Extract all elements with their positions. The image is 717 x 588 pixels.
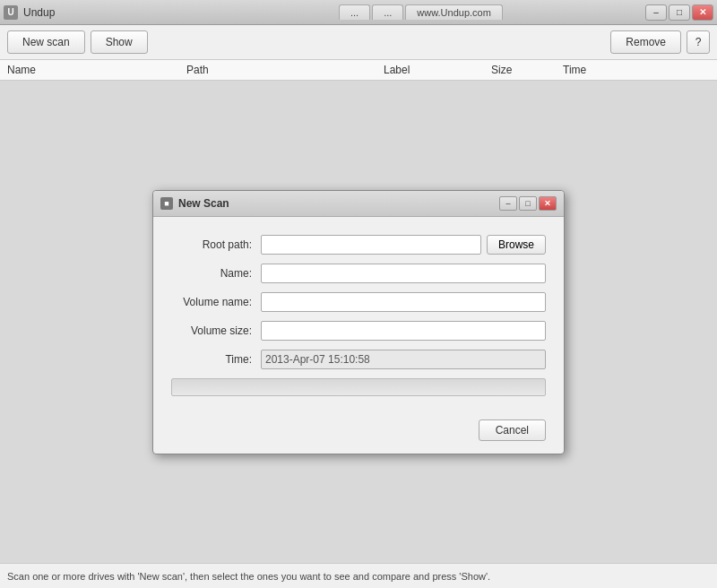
dialog-icon: ■ <box>160 197 173 210</box>
window-controls: – □ ✕ <box>645 4 713 21</box>
help-button[interactable]: ? <box>687 30 710 54</box>
volume-size-input[interactable] <box>261 321 546 341</box>
volume-size-label: Volume size: <box>171 324 261 337</box>
col-header-name: Name <box>7 64 186 76</box>
title-bar: U Undup ... ... www.Undup.com – □ ✕ <box>0 0 717 25</box>
root-path-label: Root path: <box>171 238 261 251</box>
table-header: Name Path Label Size Time <box>0 60 717 81</box>
app-icon: U <box>4 5 18 20</box>
volume-size-row: Volume size: <box>171 321 546 341</box>
new-scan-dialog: ■ New Scan – □ ✕ Root path: Browse Name: <box>152 190 565 454</box>
show-button[interactable]: Show <box>91 30 148 54</box>
title-tab-1: ... <box>339 4 370 20</box>
dialog-footer: Cancel <box>153 414 564 454</box>
dialog-titlebar: ■ New Scan – □ ✕ <box>153 191 564 217</box>
time-row: Time: <box>171 350 546 369</box>
col-header-size: Size <box>491 64 563 76</box>
minimize-button[interactable]: – <box>645 4 667 21</box>
browse-button[interactable]: Browse <box>487 235 546 255</box>
modal-overlay: ■ New Scan – □ ✕ Root path: Browse Name: <box>0 81 717 563</box>
volume-name-label: Volume name: <box>171 296 261 308</box>
title-bar-tabs: ... ... www.Undup.com <box>339 4 645 20</box>
time-label: Time: <box>171 353 261 366</box>
col-header-path: Path <box>186 64 384 76</box>
maximize-button[interactable]: □ <box>669 4 690 21</box>
status-message: Scan one or more drives with 'New scan',… <box>7 571 490 582</box>
title-tab-3: www.Undup.com <box>405 4 503 20</box>
root-path-input[interactable] <box>261 235 481 255</box>
progress-bar <box>171 378 546 396</box>
main-content: ■ New Scan – □ ✕ Root path: Browse Name: <box>0 81 717 563</box>
root-path-row: Root path: Browse <box>171 235 546 255</box>
dialog-close-button[interactable]: ✕ <box>539 196 557 211</box>
new-scan-button[interactable]: New scan <box>7 30 85 54</box>
dialog-maximize-button[interactable]: □ <box>519 196 537 211</box>
time-input <box>261 350 546 369</box>
col-header-time: Time <box>563 64 710 76</box>
close-button[interactable]: ✕ <box>692 4 713 21</box>
cancel-button[interactable]: Cancel <box>479 419 546 441</box>
dialog-title: New Scan <box>178 197 497 210</box>
remove-button[interactable]: Remove <box>610 30 681 54</box>
toolbar: New scan Show Remove ? <box>0 25 717 60</box>
title-tab-2: ... <box>372 4 403 20</box>
name-row: Name: <box>171 264 546 283</box>
col-header-label: Label <box>384 64 491 76</box>
dialog-body: Root path: Browse Name: Volume name: Vol… <box>153 217 564 414</box>
app-title: Undup <box>23 6 330 19</box>
dialog-minimize-button[interactable]: – <box>499 196 517 211</box>
name-input[interactable] <box>261 264 546 283</box>
status-bar: Scan one or more drives with 'New scan',… <box>0 563 717 588</box>
volume-name-row: Volume name: <box>171 292 546 312</box>
volume-name-input[interactable] <box>261 292 546 312</box>
name-label: Name: <box>171 267 261 280</box>
